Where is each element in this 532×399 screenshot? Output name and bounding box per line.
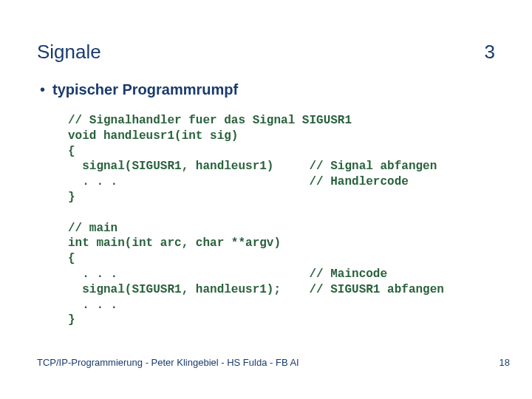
bullet-label: typischer Programmrumpf <box>52 81 238 98</box>
code-block: // Signalhandler fuer das Signal SIGUSR1… <box>68 113 495 328</box>
footer-text: TCP/IP-Programmierung - Peter Klingebiel… <box>37 357 299 368</box>
slide-title: Signale <box>37 41 101 64</box>
slide-title-number: 3 <box>485 41 495 64</box>
bullet-dot-icon: • <box>40 82 45 97</box>
title-row: Signale 3 <box>37 41 495 64</box>
slide: Signale 3 • typischer Programmrumpf // S… <box>0 0 532 399</box>
bullet-item: • typischer Programmrumpf <box>40 81 495 98</box>
footer: TCP/IP-Programmierung - Peter Klingebiel… <box>37 357 510 368</box>
page-number: 18 <box>499 357 510 368</box>
